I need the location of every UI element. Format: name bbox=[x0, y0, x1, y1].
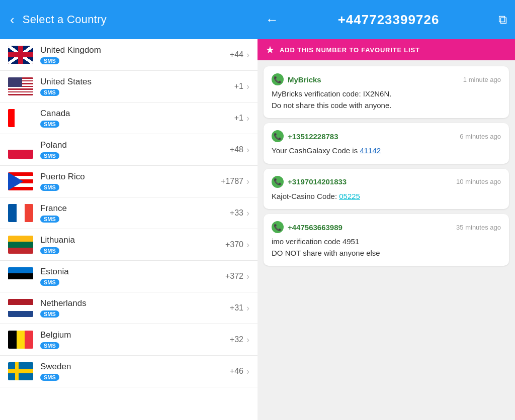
country-code: +48 bbox=[230, 145, 243, 154]
chevron-icon: › bbox=[246, 145, 249, 155]
sender-name: +13512228783 bbox=[288, 132, 338, 141]
favourite-text: ADD THIS NUMBER TO FAVOURITE LIST bbox=[280, 46, 420, 54]
country-info: Poland SMS bbox=[40, 140, 230, 159]
sms-badge: SMS bbox=[40, 374, 59, 381]
country-item[interactable]: United States SMS +1 › bbox=[0, 71, 258, 102]
sms-badge: SMS bbox=[40, 310, 59, 318]
sender-name: +3197014201833 bbox=[288, 177, 347, 186]
country-info: France SMS bbox=[40, 203, 230, 223]
chevron-icon: › bbox=[246, 240, 249, 250]
favourite-bar[interactable]: ★ ADD THIS NUMBER TO FAVOURITE LIST bbox=[258, 39, 515, 60]
message-header: 📞 +447563663989 35 minutes ago bbox=[272, 221, 501, 233]
country-name: Lithuania bbox=[40, 235, 225, 245]
sender-name: MyBricks bbox=[288, 75, 321, 84]
chevron-icon: › bbox=[246, 303, 249, 313]
country-code: +1 bbox=[234, 82, 243, 91]
flag-belgium bbox=[8, 331, 33, 349]
copy-icon[interactable]: ⧉ bbox=[498, 13, 507, 27]
message-body: Kajot-Casino Code: 05225 bbox=[272, 191, 501, 202]
sms-badge: SMS bbox=[40, 121, 59, 128]
right-back-button[interactable]: ← bbox=[266, 12, 279, 28]
flag-poland bbox=[8, 141, 33, 159]
country-info: Canada SMS bbox=[40, 109, 234, 128]
country-code: +31 bbox=[230, 303, 243, 312]
chevron-icon: › bbox=[246, 113, 249, 124]
message-card: 📞 +13512228783 6 minutes ago Your CashGa… bbox=[264, 123, 509, 164]
country-code: +1 bbox=[234, 114, 243, 123]
flag-sweden bbox=[8, 362, 33, 380]
right-header: ← +447723399726 ⧉ bbox=[258, 0, 515, 39]
star-icon: ★ bbox=[266, 44, 275, 56]
country-name: Estonia bbox=[40, 267, 225, 277]
message-time: 6 minutes ago bbox=[460, 133, 501, 140]
sms-badge: SMS bbox=[40, 152, 59, 159]
message-card: 📞 +447563663989 35 minutes ago imo verif… bbox=[264, 214, 509, 266]
right-panel: ← +447723399726 ⧉ ★ ADD THIS NUMBER TO F… bbox=[258, 0, 515, 420]
country-item[interactable]: Netherlands SMS +31 › bbox=[0, 292, 258, 324]
country-list: United Kingdom SMS +44 › United States S… bbox=[0, 39, 258, 420]
flag-puertorico bbox=[8, 172, 33, 190]
country-name: Canada bbox=[40, 109, 234, 119]
flag-us bbox=[8, 77, 33, 95]
phone-icon: 📞 bbox=[272, 130, 284, 142]
phone-icon: 📞 bbox=[272, 221, 284, 233]
message-sender: 📞 +447563663989 bbox=[272, 221, 342, 233]
sms-badge: SMS bbox=[40, 279, 59, 286]
country-name: Belgium bbox=[40, 330, 230, 340]
message-link[interactable]: 05225 bbox=[339, 192, 360, 200]
flag-lithuania bbox=[8, 236, 33, 254]
message-link[interactable]: 41142 bbox=[360, 146, 381, 155]
country-name: Netherlands bbox=[40, 298, 230, 308]
country-item[interactable]: Lithuania SMS +370 › bbox=[0, 229, 258, 261]
country-name: United Kingdom bbox=[40, 45, 230, 55]
messages-list: 📞 MyBricks 1 minute ago MyBricks verific… bbox=[258, 60, 515, 420]
chevron-icon: › bbox=[246, 176, 249, 187]
message-header: 📞 MyBricks 1 minute ago bbox=[272, 73, 501, 85]
flag-canada bbox=[8, 109, 33, 127]
country-name: Puerto Rico bbox=[40, 172, 221, 182]
sender-name: +447563663989 bbox=[288, 223, 342, 232]
country-item[interactable]: Sweden SMS +46 › bbox=[0, 356, 258, 387]
chevron-icon: › bbox=[246, 208, 249, 219]
chevron-icon: › bbox=[246, 50, 249, 60]
left-back-button[interactable]: ‹ bbox=[10, 12, 15, 28]
country-code: +44 bbox=[230, 50, 243, 59]
sms-badge: SMS bbox=[40, 89, 59, 96]
country-item[interactable]: United Kingdom SMS +44 › bbox=[0, 39, 258, 71]
message-body: Your CashGalaxy Code is 41142 bbox=[272, 145, 501, 157]
phone-icon: 📞 bbox=[272, 73, 284, 85]
country-item[interactable]: Puerto Rico SMS +1787 › bbox=[0, 166, 258, 197]
message-card: 📞 +3197014201833 10 minutes ago Kajot-Ca… bbox=[264, 169, 509, 209]
country-item[interactable]: Estonia SMS +372 › bbox=[0, 261, 258, 292]
country-name: Poland bbox=[40, 140, 230, 150]
country-info: Belgium SMS bbox=[40, 330, 230, 349]
country-item[interactable]: Belgium SMS +32 › bbox=[0, 324, 258, 356]
left-title: Select a Country bbox=[23, 13, 107, 26]
chevron-icon: › bbox=[246, 366, 249, 377]
country-item[interactable]: Poland SMS +48 › bbox=[0, 134, 258, 166]
sms-badge: SMS bbox=[40, 184, 59, 191]
country-info: Sweden SMS bbox=[40, 362, 230, 381]
chevron-icon: › bbox=[246, 271, 249, 282]
country-code: +1787 bbox=[221, 177, 243, 186]
sms-badge: SMS bbox=[40, 57, 59, 64]
left-header: ‹ Select a Country bbox=[0, 0, 258, 39]
country-name: United States bbox=[40, 77, 234, 87]
flag-uk bbox=[8, 46, 33, 64]
message-sender: 📞 +3197014201833 bbox=[272, 176, 347, 188]
country-item[interactable]: France SMS +33 › bbox=[0, 197, 258, 229]
country-name: France bbox=[40, 203, 230, 214]
country-info: Estonia SMS bbox=[40, 267, 225, 286]
country-name: Sweden bbox=[40, 362, 230, 372]
country-info: United States SMS bbox=[40, 77, 234, 96]
country-item[interactable]: Canada SMS +1 › bbox=[0, 102, 258, 134]
phone-number: +447723399726 bbox=[285, 12, 492, 28]
message-time: 35 minutes ago bbox=[456, 224, 501, 231]
country-code: +33 bbox=[230, 208, 243, 218]
country-code: +32 bbox=[230, 335, 243, 344]
country-code: +370 bbox=[225, 240, 243, 249]
left-panel: ‹ Select a Country United Kingdom SMS +4… bbox=[0, 0, 258, 420]
country-info: Puerto Rico SMS bbox=[40, 172, 221, 191]
flag-estonia bbox=[8, 267, 33, 285]
message-body: imo verification code 4951DO NOT share w… bbox=[272, 236, 501, 259]
